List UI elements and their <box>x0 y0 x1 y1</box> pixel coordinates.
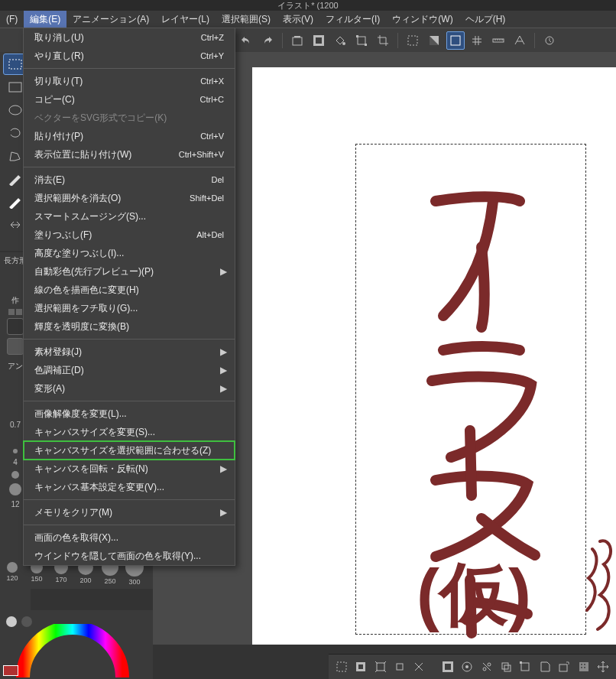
menu-item-label: キャンバスサイズを変更(S)... <box>34 426 224 439</box>
sel-copy-icon[interactable] <box>498 658 514 675</box>
svg-point-3 <box>342 42 345 45</box>
svg-point-34 <box>584 667 585 668</box>
menu-item[interactable]: キャンバスを回転・反転(N)▶ <box>24 460 235 478</box>
separator <box>534 33 535 48</box>
menu-item[interactable]: 輝度を透明度に変換(B) <box>24 317 235 336</box>
svg-point-31 <box>581 664 582 665</box>
menu-item[interactable]: やり直し(R)Ctrl+Y <box>24 47 235 65</box>
menu-item-label: 画像解像度を変更(L)... <box>34 408 224 421</box>
grid-icon[interactable] <box>468 31 486 50</box>
deselect-icon[interactable] <box>333 658 349 675</box>
fg-color-swatch[interactable] <box>3 665 18 676</box>
assist-icon[interactable] <box>540 31 559 50</box>
menu-item[interactable]: キャンバス基本設定を変更(V)... <box>24 478 235 496</box>
sel-cut-icon[interactable] <box>478 658 494 675</box>
sel-save-icon[interactable] <box>537 658 553 675</box>
menu-item[interactable]: 線の色を描画色に変更(H) <box>24 281 235 299</box>
perspective-icon[interactable] <box>511 31 529 50</box>
menu-window[interactable]: ウィンドウ(W) <box>386 11 459 28</box>
menu-item-label: ベクターをSVG形式でコピー(K) <box>34 112 224 125</box>
menu-filter[interactable]: フィルター(I) <box>319 11 386 28</box>
marquee-icon[interactable] <box>404 31 422 50</box>
menu-shortcut: Shift+Del <box>190 193 224 203</box>
menu-item[interactable]: 色調補正(D)▶ <box>24 361 235 379</box>
menu-item[interactable]: 画面の色を取得(X)... <box>24 528 235 547</box>
svg-rect-20 <box>397 664 403 670</box>
menu-edit[interactable]: 編集(E) <box>24 11 66 28</box>
clear-outside-icon[interactable] <box>310 31 328 50</box>
svg-rect-5 <box>356 35 358 37</box>
menu-item[interactable]: 選択範囲をフチ取り(G)... <box>24 299 235 317</box>
menu-layer[interactable]: レイヤー(L) <box>155 11 216 28</box>
sel-fill-icon[interactable] <box>459 658 475 675</box>
swatch[interactable] <box>7 338 24 355</box>
snap-icon[interactable] <box>446 31 465 50</box>
menu-view[interactable]: 表示(V) <box>277 11 319 28</box>
brush-preset[interactable]: 120 <box>0 555 24 589</box>
menu-item[interactable]: 表示位置に貼り付け(W)Ctrl+Shift+V <box>24 145 235 164</box>
menu-item[interactable]: 取り消し(U)Ctrl+Z <box>24 28 235 47</box>
menu-shortcut: Ctrl+C <box>200 95 224 104</box>
color-wheel-icon[interactable] <box>15 624 130 679</box>
menu-item-label: 塗りつぶし(F) <box>34 229 196 242</box>
menu-item[interactable]: 素材登録(J)▶ <box>24 343 235 361</box>
menu-item-label: スマートスムージング(S)... <box>34 210 224 223</box>
sel-clear-outside-icon[interactable] <box>439 658 456 675</box>
svg-rect-27 <box>521 663 529 671</box>
menu-item-label: 線の色を描画色に変更(H) <box>34 284 224 297</box>
menu-item[interactable]: 変形(A)▶ <box>24 379 235 398</box>
menu-item[interactable]: 貼り付け(P)Ctrl+V <box>24 127 235 145</box>
undo-icon[interactable] <box>237 31 255 50</box>
menu-selection[interactable]: 選択範囲(S) <box>216 11 277 28</box>
clear-icon[interactable] <box>288 31 306 50</box>
separator <box>282 33 283 48</box>
menu-item[interactable]: 消去(E)Del <box>24 171 235 189</box>
clear-sel-icon[interactable] <box>411 658 427 675</box>
menu-item-label: 表示位置に貼り付け(W) <box>34 148 179 161</box>
gradient-icon[interactable] <box>425 31 443 50</box>
svg-point-33 <box>581 667 582 668</box>
menu-item[interactable]: 切り取り(T)Ctrl+X <box>24 72 235 90</box>
svg-rect-18 <box>358 664 363 669</box>
menu-item[interactable]: ウインドウを隠して画面の色を取得(Y)... <box>24 547 235 565</box>
menu-item[interactable]: メモリをクリア(M)▶ <box>24 503 235 521</box>
size-dot <box>13 449 18 453</box>
menu-item[interactable]: スマートスムージング(S)... <box>24 207 235 226</box>
menu-item-label: 高度な塗りつぶし(I)... <box>34 247 224 260</box>
sel-move-icon[interactable] <box>595 658 611 675</box>
expand-icon[interactable] <box>372 658 388 675</box>
menu-file[interactable]: (F) <box>0 11 24 28</box>
menu-item[interactable]: キャンバスサイズを選択範囲に合わせる(Z) <box>24 441 235 460</box>
sel-new-layer-icon[interactable] <box>556 658 572 675</box>
sel-tone-icon[interactable] <box>575 658 592 675</box>
svg-rect-7 <box>408 36 417 45</box>
menu-item[interactable]: 塗りつぶし(F)Alt+Del <box>24 226 235 244</box>
menu-item[interactable]: 自動彩色(先行プレビュー)(P)▶ <box>24 262 235 281</box>
invert-icon[interactable] <box>352 658 368 675</box>
menu-shortcut: Ctrl+Y <box>200 51 224 60</box>
menu-item-label: 画面の色を取得(X)... <box>34 531 224 544</box>
redo-icon[interactable] <box>258 31 277 50</box>
canvas[interactable]: (仮) <box>252 67 616 645</box>
menu-item[interactable]: コピー(C)Ctrl+C <box>24 90 235 109</box>
menu-item[interactable]: 画像解像度を変更(L)... <box>24 404 235 423</box>
menu-shortcut: Ctrl+X <box>200 76 224 86</box>
fill-icon[interactable] <box>331 31 349 50</box>
menu-item-label: キャンバスサイズを選択範囲に合わせる(Z) <box>34 444 224 457</box>
menu-item[interactable]: 高度な塗りつぶし(I)... <box>24 244 235 262</box>
menu-help[interactable]: ヘルプ(H) <box>459 11 512 28</box>
menu-animation[interactable]: アニメーション(A) <box>66 11 155 28</box>
ruler-icon[interactable] <box>489 31 507 50</box>
crop-icon[interactable] <box>374 31 392 50</box>
menu-item: ベクターをSVG形式でコピー(K) <box>24 109 235 127</box>
menu-item[interactable]: 選択範囲外を消去(O)Shift+Del <box>24 189 235 207</box>
transform-icon[interactable] <box>352 31 371 50</box>
menu-shortcut: Del <box>211 175 224 184</box>
svg-rect-4 <box>358 37 365 44</box>
swatch[interactable] <box>7 318 24 335</box>
selection-toolbar <box>329 654 616 679</box>
sel-transform-icon[interactable] <box>517 658 533 675</box>
svg-rect-28 <box>520 661 522 664</box>
menu-item[interactable]: キャンバスサイズを変更(S)... <box>24 423 235 441</box>
shrink-icon[interactable] <box>391 658 407 675</box>
